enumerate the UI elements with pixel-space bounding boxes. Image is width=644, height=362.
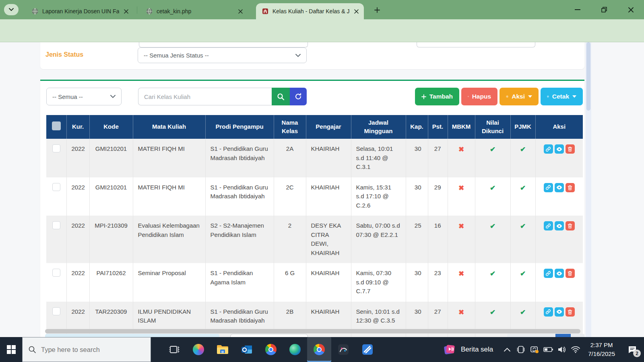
taskbar-search-input[interactable] (41, 346, 138, 354)
cell-pst: 16 (428, 216, 448, 263)
outlook-button[interactable] (235, 337, 259, 362)
trash-icon (568, 185, 572, 190)
tab-kelas-kuliah-active[interactable]: Kelas Kuliah - Daftar Kelas & Ja (256, 3, 364, 19)
tab-close-icon[interactable] (353, 8, 360, 15)
refresh-button[interactable] (290, 88, 307, 105)
cell-jadwal: Sabtu, 07:00 s.d 07:30 @ E2.2.1 (351, 216, 406, 263)
taskbar-search[interactable] (22, 337, 151, 362)
delete-action-button[interactable] (566, 183, 575, 192)
delete-action-button[interactable] (566, 307, 575, 317)
nilai-dikunci-status-icon: ✔ (490, 270, 495, 278)
delete-action-button[interactable] (566, 144, 575, 154)
row-checkbox[interactable] (52, 144, 60, 152)
cell-mata-kuliah: MATERI FIQH MI (133, 139, 205, 177)
jenis-status-label: Jenis Status (45, 51, 83, 58)
app-blue-button[interactable] (355, 337, 380, 362)
cell-kur: 2022 (66, 216, 89, 263)
tab-close-icon[interactable] (237, 8, 244, 15)
tray-expand-button[interactable] (500, 337, 514, 362)
globe-icon (31, 8, 39, 15)
link-action-button[interactable] (544, 221, 553, 230)
pagination-page-active[interactable] (555, 334, 571, 337)
page-size-select[interactable] (230, 334, 308, 337)
pagination[interactable] (507, 334, 584, 337)
search-button[interactable] (272, 88, 290, 105)
app-blue-icon (362, 344, 373, 355)
chrome-active-button[interactable] (307, 337, 331, 362)
jenis-status-select[interactable]: -- Semua Jenis Status -- (138, 47, 307, 63)
page-scrollbar[interactable] (586, 42, 591, 337)
volume-icon[interactable] (555, 337, 569, 362)
row-checkbox[interactable] (52, 221, 60, 229)
edge-button[interactable] (283, 337, 307, 362)
notification-button[interactable]: 2 (621, 337, 644, 362)
start-button[interactable] (0, 337, 22, 362)
chevron-down-icon (295, 54, 301, 57)
delete-action-button[interactable] (566, 221, 575, 230)
cutoff-select-right[interactable] (417, 42, 535, 47)
minimize-button[interactable] (564, 0, 591, 19)
link-action-button[interactable] (544, 307, 553, 317)
pagination-prev[interactable] (507, 334, 555, 337)
cell-pst: 29 (428, 177, 448, 216)
cell-jadwal: Kamis, 15:31 s.d 17:10 @ C.2.6 (351, 177, 406, 216)
wifi-icon[interactable] (569, 337, 582, 362)
link-icon (545, 271, 551, 276)
tab-close-icon[interactable] (122, 8, 130, 15)
cutoff-select-left[interactable] (139, 42, 308, 47)
row-checkbox[interactable] (52, 183, 60, 191)
cell-pst: 23 (428, 263, 448, 302)
phone-link-icon[interactable] (514, 337, 528, 362)
aksi-button[interactable]: Aksi (500, 88, 539, 105)
tab-laporan-kinerja[interactable]: Laporan Kinerja Dosen UIN Fatr (26, 3, 134, 19)
tab-cetak-kin[interactable]: cetak_kin.php (140, 3, 248, 19)
link-icon (545, 185, 551, 190)
row-checkbox[interactable] (52, 307, 60, 315)
select-all-checkbox[interactable] (52, 121, 61, 130)
row-checkbox[interactable] (52, 269, 60, 277)
view-action-button[interactable] (555, 221, 564, 230)
caret-down-icon (572, 95, 576, 98)
pagination-next[interactable] (571, 334, 584, 337)
scrollbar-thumb[interactable] (586, 42, 590, 111)
chrome-button[interactable] (259, 337, 283, 362)
link-action-button[interactable] (544, 269, 553, 278)
cell-prodi: S1 - Pendidikan Guru Madrasah Ibtidaiyah (205, 177, 274, 216)
table-scrollbar[interactable] (45, 329, 580, 333)
hapus-button[interactable]: Hapus (461, 88, 497, 105)
copilot-button[interactable] (186, 337, 211, 362)
search-group (138, 88, 307, 105)
taskbar-clock[interactable]: 2:37 PM 7/16/2025 (582, 341, 621, 358)
trash-icon (568, 223, 572, 228)
news-label: Berita sela (461, 346, 493, 354)
link-action-button[interactable] (544, 144, 553, 154)
action-buttons: Tambah Hapus Aksi Cetak (415, 88, 583, 105)
tab-search-button[interactable] (4, 4, 19, 15)
battery-icon[interactable] (541, 337, 555, 362)
scope-select[interactable]: -- Semua -- (46, 88, 122, 105)
pjmk-status-icon: ✔ (520, 309, 526, 316)
search-input[interactable] (138, 88, 272, 105)
task-view-button[interactable] (162, 337, 186, 362)
new-tab-button[interactable] (372, 5, 382, 15)
link-action-button[interactable] (544, 183, 553, 192)
view-action-button[interactable] (555, 183, 564, 192)
close-button[interactable] (617, 0, 644, 19)
file-explorer-button[interactable] (211, 337, 235, 362)
cell-mata-kuliah: Seminar Proposal (133, 263, 205, 302)
view-action-button[interactable] (555, 307, 564, 317)
news-widget[interactable]: Berita sela (436, 343, 500, 356)
cetak-button[interactable]: Cetak (541, 88, 583, 105)
view-action-button[interactable] (555, 269, 564, 278)
sync-status-icon[interactable] (528, 337, 541, 362)
restore-button[interactable] (591, 0, 617, 19)
cell-jadwal: Kamis, 07:30 s.d 09:10 @ C.7.7 (351, 263, 406, 302)
eye-icon (556, 309, 562, 314)
link-icon (545, 309, 551, 315)
header-aksi: Aksi (535, 115, 583, 139)
tambah-button[interactable]: Tambah (415, 88, 459, 105)
app-dark-button[interactable] (331, 337, 355, 362)
view-action-button[interactable] (555, 144, 564, 154)
delete-action-button[interactable] (566, 269, 575, 278)
chrome-icon (314, 344, 325, 355)
